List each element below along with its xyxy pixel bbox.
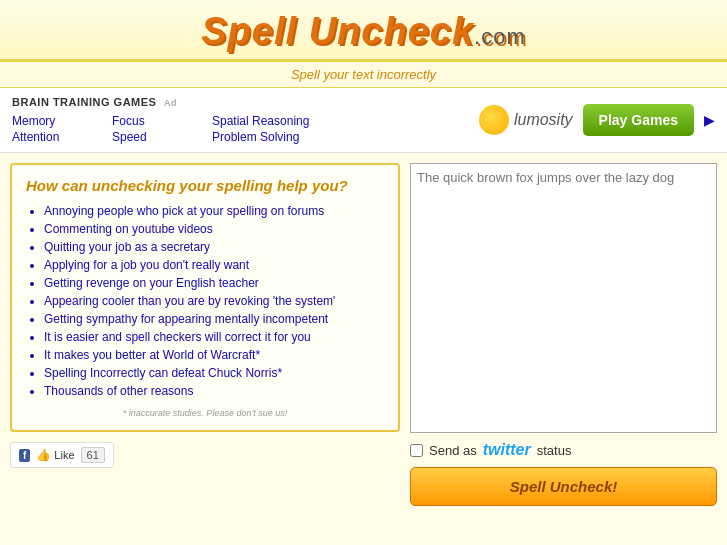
send-as-label: Send as	[429, 443, 477, 458]
reasons-list: Annoying people who pick at your spellin…	[26, 204, 384, 398]
link-memory[interactable]: Memory	[12, 114, 112, 128]
ad-left: BRAIN TRAINING GAMES Ad Memory Focus Spa…	[12, 96, 342, 144]
link-focus[interactable]: Focus	[112, 114, 212, 128]
left-panel: How can unchecking your spelling help yo…	[10, 163, 400, 506]
ad-right: lumosity Play Games ▶	[479, 104, 715, 136]
ad-arrow-icon[interactable]: ▶	[704, 112, 715, 128]
list-item: Thousands of other reasons	[44, 384, 384, 398]
list-item: Appearing cooler than you are by revokin…	[44, 294, 384, 308]
facebook-like-button[interactable]: 👍 Like	[36, 448, 74, 462]
ad-badge: Ad	[164, 98, 177, 108]
tagline: Spell your text incorrectly	[0, 62, 727, 88]
main-content: How can unchecking your spelling help yo…	[0, 153, 727, 516]
link-attention[interactable]: Attention	[12, 130, 112, 144]
how-can-heading: How can unchecking your spelling help yo…	[26, 177, 384, 194]
right-panel: Send as twitter status Spell Uncheck!	[410, 163, 717, 506]
lumosity-text: lumosity	[514, 111, 573, 129]
lumosity-icon	[479, 105, 509, 135]
facebook-icon: f	[19, 449, 30, 462]
link-speed[interactable]: Speed	[112, 130, 212, 144]
site-header: Spell Uncheck.com	[0, 0, 727, 61]
twitter-logo: twitter	[483, 441, 531, 459]
list-item: Annoying people who pick at your spellin…	[44, 204, 384, 218]
site-title: Spell Uncheck.com	[0, 10, 727, 53]
facebook-like-bar: f 👍 Like 61	[10, 442, 114, 468]
thumbs-up-icon: 👍	[36, 448, 51, 462]
how-can-box: How can unchecking your spelling help yo…	[10, 163, 400, 432]
list-item: Spelling Incorrectly can defeat Chuck No…	[44, 366, 384, 380]
send-as-checkbox[interactable]	[410, 444, 423, 457]
list-item: Commenting on youtube videos	[44, 222, 384, 236]
link-problem-solving[interactable]: Problem Solving	[212, 130, 342, 144]
list-item: It is easier and spell checkers will cor…	[44, 330, 384, 344]
list-item: Getting sympathy for appearing mentally …	[44, 312, 384, 326]
list-item: Getting revenge on your English teacher	[44, 276, 384, 290]
like-label: Like	[54, 449, 74, 461]
brain-links: Memory Focus Spatial Reasoning Attention…	[12, 114, 342, 144]
like-count: 61	[81, 447, 105, 463]
send-as-row: Send as twitter status	[410, 441, 717, 459]
ad-banner: BRAIN TRAINING GAMES Ad Memory Focus Spa…	[0, 88, 727, 153]
lumosity-logo: lumosity	[479, 105, 573, 135]
spell-uncheck-button[interactable]: Spell Uncheck!	[410, 467, 717, 506]
fine-print: * inaccurate studies. Please don't sue u…	[26, 408, 384, 418]
status-label: status	[537, 443, 572, 458]
link-spatial-reasoning[interactable]: Spatial Reasoning	[212, 114, 342, 128]
text-input[interactable]	[410, 163, 717, 433]
list-item: It makes you better at World of Warcraft…	[44, 348, 384, 362]
play-games-button[interactable]: Play Games	[583, 104, 694, 136]
list-item: Quitting your job as a secretary	[44, 240, 384, 254]
list-item: Applying for a job you don't really want	[44, 258, 384, 272]
brain-title: BRAIN TRAINING GAMES Ad	[12, 96, 342, 108]
